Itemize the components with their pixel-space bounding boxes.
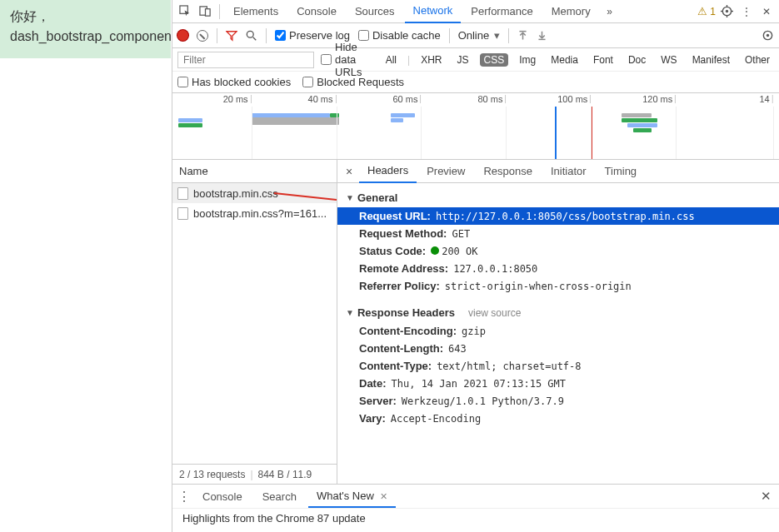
filter-type-css[interactable]: CSS xyxy=(480,53,509,67)
page-text: dash_bootstrap_componen xyxy=(10,27,161,47)
close-tab-icon[interactable]: ✕ xyxy=(380,491,387,501)
svg-point-4 xyxy=(725,10,727,12)
upload-har-icon[interactable] xyxy=(517,30,528,41)
filter-type-doc[interactable]: Doc xyxy=(624,53,650,67)
page-content: 你好， dash_bootstrap_componen xyxy=(0,0,171,58)
devtools-top-bar: Elements Console Sources Network Perform… xyxy=(172,0,779,23)
remote-address-key: Remote Address: xyxy=(359,262,448,275)
request-row[interactable]: bootstrap.min.css?m=161... xyxy=(172,203,337,223)
request-list-header[interactable]: Name xyxy=(172,160,337,183)
kebab-icon[interactable]: ⋮ xyxy=(737,2,756,21)
tab-console[interactable]: Console xyxy=(288,0,345,22)
svg-line-10 xyxy=(253,37,257,40)
more-tabs-icon[interactable]: » xyxy=(601,2,619,21)
requests-size: 844 B / 11.9 xyxy=(258,469,312,480)
blocked-requests-input[interactable] xyxy=(302,77,313,87)
disable-cache-checkbox[interactable]: Disable cache xyxy=(358,29,441,42)
tab-elements[interactable]: Elements xyxy=(225,0,287,22)
filter-input[interactable] xyxy=(177,52,314,68)
tab-sources[interactable]: Sources xyxy=(347,0,403,22)
warnings-badge[interactable]: ⚠ 1 xyxy=(697,5,716,17)
request-url-value: http://127.0.0.1:8050/css/bootstrap.min.… xyxy=(436,211,695,222)
warning-count: 1 xyxy=(710,6,716,17)
network-timeline[interactable]: 20 ms40 ms60 ms80 ms100 ms120 ms14 xyxy=(172,93,779,160)
close-devtools-icon[interactable]: ✕ xyxy=(757,2,776,21)
hide-data-urls-input[interactable] xyxy=(321,54,332,65)
record-button[interactable] xyxy=(177,30,188,41)
tab-memory[interactable]: Memory xyxy=(543,0,599,22)
clear-button[interactable] xyxy=(197,30,208,42)
referrer-policy-row: Referrer Policy: strict-origin-when-cros… xyxy=(337,277,779,295)
inspect-icon[interactable] xyxy=(176,2,194,21)
preserve-log-label: Preserve log xyxy=(289,29,350,42)
throttling-value: Online xyxy=(458,29,490,42)
detail-tab-response[interactable]: Response xyxy=(475,160,541,182)
disable-cache-input[interactable] xyxy=(358,30,369,41)
drawer-close-icon[interactable]: ✕ xyxy=(757,489,774,504)
filter-type-font[interactable]: Font xyxy=(589,53,617,67)
filter-type-ws[interactable]: WS xyxy=(657,53,681,67)
has-blocked-cookies-input[interactable] xyxy=(177,77,188,87)
tab-network[interactable]: Network xyxy=(405,0,462,23)
timeline-tick: 20 ms xyxy=(223,95,252,103)
divider xyxy=(508,28,509,43)
svg-point-14 xyxy=(767,34,769,37)
network-settings-icon[interactable] xyxy=(762,29,774,42)
filter-row: Hide data URLs All | XHR JS CSS Img Medi… xyxy=(172,48,779,72)
referrer-policy-key: Referrer Policy: xyxy=(359,280,440,292)
general-title: General xyxy=(357,191,397,204)
preserve-log-checkbox[interactable]: Preserve log xyxy=(275,29,350,42)
detail-tabs: × Headers Preview Response Initiator Tim… xyxy=(337,160,779,183)
drawer-tab-whatsnew[interactable]: What's New ✕ xyxy=(308,485,397,508)
tab-performance[interactable]: Performance xyxy=(462,0,541,22)
settings-icon[interactable] xyxy=(717,2,736,21)
detail-tab-timing[interactable]: Timing xyxy=(597,160,646,182)
drawer-kebab-icon[interactable]: ⋮ xyxy=(177,489,191,505)
request-list: Name bootstrap.min.css bootstrap.min.css… xyxy=(172,160,337,484)
filter-row-2: Has blocked cookies Blocked Requests xyxy=(172,72,779,93)
response-headers-section[interactable]: ▼ Response Headers view source xyxy=(337,303,779,322)
divider xyxy=(449,28,450,43)
request-method-row: Request Method: GET xyxy=(337,225,779,242)
drawer-tab-whatsnew-label: What's New xyxy=(317,490,374,502)
drawer-tab-search[interactable]: Search xyxy=(254,486,305,507)
filter-type-other[interactable]: Other xyxy=(741,53,774,67)
blocked-requests-label: Blocked Requests xyxy=(317,76,404,88)
drawer-tab-console[interactable]: Console xyxy=(194,486,251,507)
detail-tab-headers[interactable]: Headers xyxy=(359,159,417,183)
request-rows: bootstrap.min.css bootstrap.min.css?m=16… xyxy=(172,183,337,464)
preserve-log-input[interactable] xyxy=(275,30,286,41)
filter-type-manifest[interactable]: Manifest xyxy=(688,53,734,67)
filter-type-xhr[interactable]: XHR xyxy=(417,53,446,67)
timeline-tick: 60 ms xyxy=(393,95,422,103)
blocked-requests-checkbox[interactable]: Blocked Requests xyxy=(302,76,404,88)
filter-type-all[interactable]: All xyxy=(382,53,401,67)
network-toolbar: Preserve log Disable cache Online ▾ xyxy=(172,23,779,48)
filter-type-img[interactable]: Img xyxy=(515,53,540,67)
request-url-row[interactable]: Request URL: http://127.0.0.1:8050/css/b… xyxy=(337,207,779,225)
request-row[interactable]: bootstrap.min.css xyxy=(172,183,337,203)
devtools-panel: Elements Console Sources Network Perform… xyxy=(172,0,779,532)
request-name: bootstrap.min.css?m=161... xyxy=(193,207,327,220)
device-toggle-icon[interactable] xyxy=(196,2,214,21)
detail-tab-initiator[interactable]: Initiator xyxy=(542,160,595,182)
download-har-icon[interactable] xyxy=(537,30,547,41)
filter-type-media[interactable]: Media xyxy=(547,53,582,67)
divider xyxy=(217,28,217,43)
filter-icon[interactable] xyxy=(226,30,237,42)
devtools-drawer: ⋮ Console Search What's New ✕ ✕ Highligh… xyxy=(172,484,779,532)
timeline-tick: 80 ms xyxy=(477,95,506,103)
filter-type-js[interactable]: JS xyxy=(453,53,473,67)
view-source-link[interactable]: view source xyxy=(468,307,521,319)
drawer-body: Highlights from the Chrome 87 update xyxy=(172,508,779,532)
search-icon[interactable] xyxy=(246,30,257,42)
detail-tab-preview[interactable]: Preview xyxy=(418,160,473,182)
timeline-tick: 14 xyxy=(759,95,772,103)
close-detail-icon[interactable]: × xyxy=(341,165,357,178)
has-blocked-cookies-checkbox[interactable]: Has blocked cookies xyxy=(177,76,291,88)
timeline-tick: 120 ms xyxy=(642,95,676,103)
throttling-select[interactable]: Online ▾ xyxy=(458,29,501,42)
warning-icon: ⚠ xyxy=(697,5,707,17)
general-section[interactable]: ▼ General xyxy=(337,188,779,207)
vary-row: Vary: Accept-Encoding xyxy=(337,410,779,427)
